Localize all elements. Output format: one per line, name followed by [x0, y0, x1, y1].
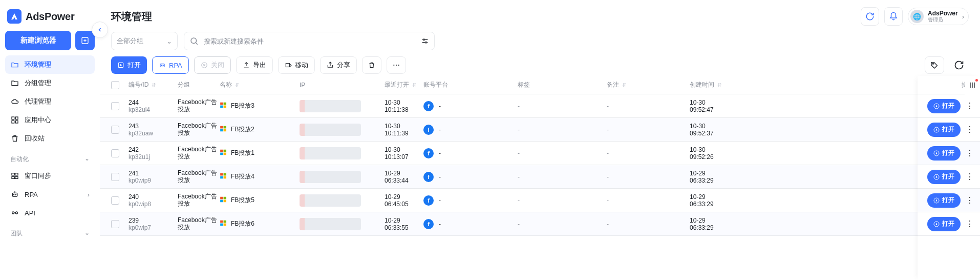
table-row[interactable]: 239kp0wip7Facebook广告投放FB投放610-2906:33:55…: [100, 212, 980, 236]
nav-item-rpa[interactable]: RPA ›: [5, 185, 95, 204]
select-all-checkbox[interactable]: [111, 81, 129, 89]
nav-item-trash[interactable]: 回收站: [5, 129, 95, 148]
row-more-button[interactable]: ⋮: [966, 126, 974, 134]
open-batch-button[interactable]: 打开: [111, 56, 147, 74]
cell-last-open: 10-3010:11:39: [385, 123, 423, 137]
svg-point-34: [393, 65, 394, 66]
delete-button[interactable]: [362, 56, 381, 74]
th-tag[interactable]: 标签: [518, 81, 607, 89]
nav-item-window-sync[interactable]: 窗口同步: [5, 167, 95, 185]
action-row: 打开⋮: [918, 118, 980, 142]
open-row-button[interactable]: 打开: [927, 217, 961, 231]
action-row: 打开⋮: [918, 94, 980, 118]
row-checkbox[interactable]: [111, 196, 129, 205]
more-button[interactable]: [387, 56, 406, 74]
sidebar-collapse-button[interactable]: [92, 22, 108, 38]
folder-icon: [10, 79, 19, 87]
cell-id: 241kp0wip9: [129, 170, 178, 184]
row-checkbox[interactable]: [111, 220, 129, 228]
table-row[interactable]: 243kp32uawFacebook广告投放FB投放210-3010:11:39…: [100, 118, 980, 142]
sliders-icon: [968, 81, 976, 89]
open-row-button[interactable]: 打开: [927, 123, 961, 137]
nav-item-groups[interactable]: 分组管理: [5, 74, 95, 92]
facebook-icon: f: [423, 125, 434, 135]
row-checkbox[interactable]: [111, 149, 129, 157]
share-button[interactable]: 分享: [320, 56, 357, 74]
svg-point-13: [15, 194, 16, 195]
row-more-button[interactable]: ⋮: [966, 173, 974, 181]
move-icon: [285, 62, 292, 69]
cell-note: -: [607, 126, 690, 133]
table-row[interactable]: 242kp32u1jFacebook广告投放FB投放110-3010:13:07…: [100, 142, 980, 165]
table-row[interactable]: 241kp0wip9Facebook广告投放FB投放410-2906:33:44…: [100, 165, 980, 189]
th-last[interactable]: 最近打开: [385, 81, 423, 89]
refresh-icon: [954, 60, 964, 70]
th-name[interactable]: 名称: [220, 81, 300, 89]
rpa-button[interactable]: RPA: [152, 56, 189, 74]
cell-platform: f-: [423, 125, 518, 135]
windows-icon: [220, 172, 227, 181]
th-id[interactable]: 编号/ID: [129, 81, 178, 89]
cell-group: Facebook广告投放: [178, 217, 220, 231]
cell-tag: -: [518, 126, 607, 133]
search-input[interactable]: [203, 37, 417, 46]
open-row-button[interactable]: 打开: [927, 99, 961, 113]
svg-rect-48: [220, 153, 223, 155]
search-icon: [189, 36, 199, 46]
nav-label: 应用中心: [25, 115, 51, 125]
nav-item-appcenter[interactable]: 应用中心: [5, 111, 95, 129]
nav-item-api[interactable]: API: [5, 204, 95, 222]
cell-group: Facebook广告投放: [178, 193, 220, 208]
cell-name: FB投放1: [220, 149, 300, 157]
filter-icon[interactable]: [421, 37, 429, 45]
cell-name: FB投放4: [220, 172, 300, 181]
svg-rect-42: [220, 126, 223, 129]
row-more-button[interactable]: ⋮: [966, 220, 974, 228]
row-more-button[interactable]: ⋮: [966, 149, 974, 157]
row-checkbox[interactable]: [111, 102, 129, 110]
new-browser-button[interactable]: 新建浏览器: [5, 31, 71, 50]
section-team[interactable]: 团队 ⌄: [5, 222, 95, 241]
th-group[interactable]: 分组: [178, 81, 220, 89]
th-note[interactable]: 备注: [607, 81, 690, 89]
row-more-button[interactable]: ⋮: [966, 102, 974, 110]
nav-item-environments[interactable]: 环境管理: [5, 55, 95, 74]
cell-ip: [300, 147, 385, 159]
sync-button[interactable]: [861, 7, 879, 26]
section-automation[interactable]: 自动化 ⌄: [5, 148, 95, 167]
chevron-right-icon: ›: [88, 191, 90, 198]
svg-rect-44: [220, 129, 223, 132]
table-row[interactable]: 244kp32ul4Facebook广告投放FB投放310-3010:11:38…: [100, 94, 980, 118]
cell-group: Facebook广告投放: [178, 170, 220, 184]
th-platform[interactable]: 账号平台: [423, 81, 518, 89]
open-row-button[interactable]: 打开: [927, 146, 961, 161]
export-button[interactable]: 导出: [236, 56, 273, 74]
group-select[interactable]: 全部分组 ⌄: [111, 32, 178, 50]
rpa-label: RPA: [169, 62, 182, 69]
svg-marker-69: [936, 175, 938, 178]
refresh-button[interactable]: [949, 56, 969, 74]
tag-filter-button[interactable]: [925, 56, 944, 74]
svg-point-28: [163, 65, 163, 66]
nav-label: 窗口同步: [25, 171, 51, 181]
notifications-button[interactable]: [884, 7, 903, 26]
svg-point-36: [398, 65, 399, 66]
table-row[interactable]: 240kp0wip8Facebook广告投放FB投放510-2906:45:05…: [100, 189, 980, 212]
nav-item-proxy[interactable]: 代理管理: [5, 92, 95, 111]
move-button[interactable]: 移动: [278, 56, 315, 74]
search-field[interactable]: [184, 32, 435, 50]
row-checkbox[interactable]: [111, 173, 129, 181]
th-ip[interactable]: IP: [300, 82, 385, 89]
th-created[interactable]: 创建时间: [690, 81, 727, 89]
share-icon: [327, 62, 334, 69]
open-row-button[interactable]: 打开: [927, 193, 961, 208]
column-settings-button[interactable]: [965, 76, 980, 94]
close-batch-button[interactable]: 关闭: [194, 56, 231, 74]
new-browser-plus-button[interactable]: [75, 31, 95, 50]
group-select-label: 全部分组: [117, 36, 143, 46]
cell-created: 10-2906:33:29: [690, 170, 727, 184]
user-menu[interactable]: 🌐 AdsPower 管理员 ›: [908, 8, 969, 25]
row-checkbox[interactable]: [111, 126, 129, 134]
open-row-button[interactable]: 打开: [927, 170, 961, 184]
row-more-button[interactable]: ⋮: [966, 196, 974, 205]
